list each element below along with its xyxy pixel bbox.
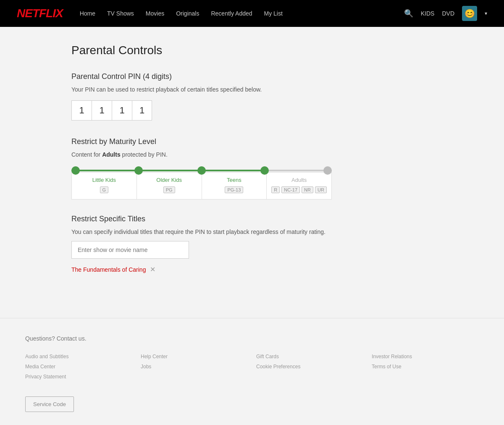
- footer-link-help[interactable]: Help Center: [141, 354, 248, 359]
- rating-nr: NR: [302, 186, 313, 193]
- nav-my-list[interactable]: My List: [264, 10, 283, 17]
- footer-contact: Questions? Contact us.: [25, 335, 479, 342]
- ratings-little-kids: G: [74, 186, 135, 193]
- slider-dot-teens[interactable]: [197, 166, 206, 175]
- rating-pg13: PG-13: [225, 186, 243, 193]
- search-icon[interactable]: 🔍: [404, 9, 413, 18]
- slider-dot-end: [323, 166, 332, 175]
- maturity-desc-suffix: protected by PIN.: [121, 151, 168, 158]
- rating-r: R: [271, 186, 280, 193]
- service-code-button[interactable]: Service Code: [25, 396, 74, 412]
- rating-g: G: [100, 186, 109, 193]
- footer-link-cookie[interactable]: Cookie Preferences: [256, 364, 363, 370]
- slider-dots: [71, 166, 332, 175]
- rating-ur: UR: [315, 186, 327, 193]
- avatar-emoji: 😊: [465, 8, 475, 18]
- avatar[interactable]: 😊: [462, 6, 477, 21]
- footer-links: Audio and Subtitles Help Center Gift Car…: [25, 354, 479, 380]
- pin-container: [71, 100, 433, 121]
- restrict-titles-heading: Restrict Specific Titles: [71, 215, 433, 223]
- ratings-older-kids: PG: [139, 186, 200, 193]
- title-search-input[interactable]: [71, 241, 189, 259]
- maturity-name-teens: Teens: [204, 177, 265, 183]
- ratings-teens: PG-13: [204, 186, 265, 193]
- maturity-col-older-kids[interactable]: Older Kids PG: [136, 172, 202, 199]
- remove-restricted-title-button[interactable]: ✕: [150, 265, 155, 273]
- kids-button[interactable]: KIDS: [421, 10, 435, 17]
- profile-chevron[interactable]: ▾: [485, 10, 487, 16]
- footer-link-media[interactable]: Media Center: [25, 364, 132, 370]
- dvd-button[interactable]: DVD: [442, 10, 454, 17]
- maturity-desc-prefix: Content for: [71, 151, 102, 158]
- maturity-section-heading: Restrict by Maturity Level: [71, 137, 433, 146]
- footer-link-investor[interactable]: Investor Relations: [372, 354, 479, 359]
- restrict-titles-description: You can specify individual titles that r…: [71, 228, 433, 235]
- maturity-name-adults: Adults: [268, 177, 330, 183]
- rating-pg: PG: [163, 186, 175, 193]
- maturity-desc-bold: Adults: [102, 151, 121, 158]
- pin-digit-2[interactable]: [92, 100, 112, 121]
- slider-dot-adults[interactable]: [260, 166, 269, 175]
- maturity-slider[interactable]: [71, 165, 332, 167]
- footer: Questions? Contact us. Audio and Subtitl…: [0, 318, 504, 425]
- restrict-titles-section: Restrict Specific Titles You can specify…: [71, 215, 433, 276]
- restricted-item: The Fundamentals of Caring ✕: [71, 263, 433, 276]
- maturity-labels: Little Kids G Older Kids PG Teens PG-13 …: [71, 172, 332, 199]
- maturity-description: Content for Adults protected by PIN.: [71, 151, 433, 158]
- nav-tv-shows[interactable]: TV Shows: [107, 10, 134, 17]
- pin-section-description: Your PIN can be used to restrict playbac…: [71, 86, 433, 93]
- maturity-section: Restrict by Maturity Level Content for A…: [71, 137, 433, 199]
- pin-digit-3[interactable]: [112, 100, 132, 121]
- restricted-title-text[interactable]: The Fundamentals of Caring: [71, 266, 146, 273]
- nav-home[interactable]: Home: [80, 10, 95, 17]
- nav-movies[interactable]: Movies: [146, 10, 164, 17]
- footer-link-gift[interactable]: Gift Cards: [256, 354, 363, 359]
- maturity-name-little-kids: Little Kids: [74, 177, 135, 183]
- maturity-col-teens[interactable]: Teens PG-13: [202, 172, 267, 199]
- navbar-right: 🔍 KIDS DVD 😊 ▾: [404, 6, 487, 21]
- footer-contact-text: Questions? Contact us.: [25, 335, 87, 342]
- footer-link-terms[interactable]: Terms of Use: [372, 364, 479, 370]
- netflix-logo[interactable]: NETFLIX: [17, 7, 63, 20]
- maturity-col-adults[interactable]: Adults R NC-17 NR UR: [266, 172, 332, 199]
- rating-nc17: NC-17: [281, 186, 300, 193]
- footer-link-jobs[interactable]: Jobs: [141, 364, 248, 370]
- page-title: Parental Controls: [71, 44, 433, 57]
- main-content: Parental Controls Parental Control PIN (…: [63, 27, 441, 318]
- nav-originals[interactable]: Originals: [176, 10, 199, 17]
- footer-link-privacy[interactable]: Privacy Statement: [25, 374, 132, 380]
- navbar: NETFLIX Home TV Shows Movies Originals R…: [0, 0, 504, 27]
- nav-recently-added[interactable]: Recently Added: [211, 10, 252, 17]
- pin-section: Parental Control PIN (4 digits) Your PIN…: [71, 72, 433, 121]
- maturity-name-older-kids: Older Kids: [139, 177, 200, 183]
- pin-section-heading: Parental Control PIN (4 digits): [71, 72, 433, 81]
- slider-dot-older-kids[interactable]: [134, 166, 143, 175]
- footer-link-audio[interactable]: Audio and Subtitles: [25, 354, 132, 359]
- slider-dot-little-kids[interactable]: [71, 166, 80, 175]
- maturity-col-little-kids[interactable]: Little Kids G: [71, 172, 136, 199]
- ratings-adults: R NC-17 NR UR: [268, 186, 330, 193]
- pin-digit-1[interactable]: [71, 100, 92, 121]
- pin-digit-4[interactable]: [132, 100, 152, 121]
